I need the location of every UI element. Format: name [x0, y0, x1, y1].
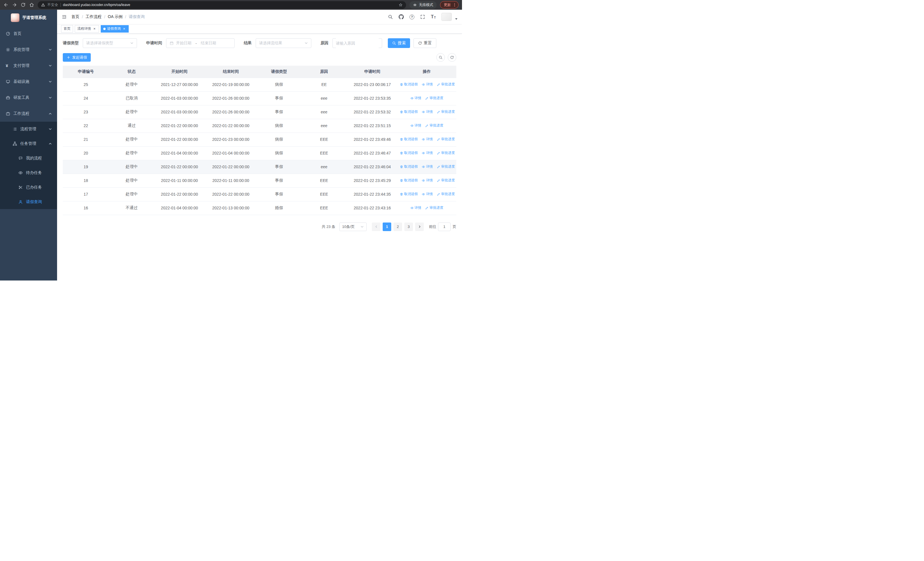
cell-end-time: 2022-01-13 00:00:00 [204, 201, 257, 215]
trash-icon [400, 151, 403, 155]
back-icon[interactable] [3, 2, 9, 8]
cell-status: 处理中 [109, 105, 154, 119]
result-select[interactable]: 请选择流结果 [256, 38, 311, 48]
eye-icon [422, 179, 425, 182]
close-icon[interactable] [93, 27, 96, 31]
cell-status: 处理中 [109, 146, 154, 160]
approval-progress-link[interactable]: 审批进度 [437, 150, 455, 155]
page-button-2[interactable]: 2 [393, 223, 402, 231]
reason-input[interactable] [336, 38, 379, 48]
reload-icon[interactable] [21, 2, 26, 8]
close-icon[interactable] [122, 27, 126, 31]
approval-progress-link[interactable]: 审批进度 [437, 137, 455, 142]
goto-page-input[interactable] [438, 223, 451, 231]
detail-link[interactable]: 详情 [422, 137, 433, 142]
sidebar-item-workflow[interactable]: 工作流程 [0, 106, 57, 122]
cell-start-time: 2022-01-22 00:00:00 [154, 132, 204, 146]
cancel-leave-link[interactable]: 取消请假 [400, 150, 418, 155]
tab-process-detail[interactable]: 流程详情 [75, 25, 99, 33]
fullscreen-icon[interactable] [420, 14, 425, 20]
sidebar-item-done-tasks[interactable]: 已办任务 [0, 180, 57, 194]
sidebar-item-task-mgmt[interactable]: 任务管理 [0, 136, 57, 151]
create-leave-button[interactable]: 发起请假 [63, 53, 91, 62]
tab-home[interactable]: 首页 [61, 25, 73, 33]
sidebar-item-infrastructure[interactable]: 基础设施 [0, 74, 57, 90]
detail-link[interactable]: 详情 [422, 192, 433, 197]
cancel-leave-link[interactable]: 取消请假 [400, 192, 418, 197]
refresh-table-button[interactable] [448, 53, 456, 62]
approval-progress-link[interactable]: 审批进度 [437, 178, 455, 183]
sidebar-item-system-mgmt[interactable]: 系统管理 [0, 42, 57, 58]
approval-progress-link[interactable]: 审批进度 [425, 123, 443, 128]
security-label: 不安全 [47, 3, 58, 8]
chevron-down-icon [304, 41, 308, 45]
toggle-search-button[interactable] [436, 53, 445, 62]
github-icon[interactable] [399, 14, 404, 20]
caret-down-icon[interactable] [455, 18, 458, 20]
prev-page-button[interactable] [372, 223, 380, 231]
detail-link[interactable]: 详情 [410, 123, 422, 128]
result-label: 结果 [244, 41, 252, 46]
cancel-leave-link[interactable]: 取消请假 [400, 178, 418, 183]
search-button[interactable]: 搜索 [388, 38, 410, 48]
workflow-submenu: 流程管理 任务管理 我的流程 待办任务 已办任务 [0, 122, 57, 209]
cell-status: 通过 [109, 119, 154, 132]
approval-progress-link[interactable]: 审批进度 [425, 205, 443, 210]
page-size-select[interactable]: 10条/页 [339, 223, 367, 231]
approval-progress-link[interactable]: 审批进度 [425, 96, 443, 101]
sidebar-item-home[interactable]: 首页 [0, 26, 57, 42]
star-icon[interactable] [399, 3, 403, 7]
breadcrumb-item[interactable]: 首页 [71, 14, 80, 20]
cancel-leave-link[interactable]: 取消请假 [400, 137, 418, 142]
update-button[interactable]: 更新 [440, 1, 459, 9]
detail-link[interactable]: 详情 [422, 110, 433, 114]
help-icon[interactable] [410, 15, 414, 20]
tab-leave-query[interactable]: 请假查询 [101, 25, 129, 33]
reset-button[interactable]: 重置 [414, 38, 436, 48]
date-range-picker[interactable]: 开始日期 - 结束日期 [166, 38, 235, 48]
detail-link[interactable]: 详情 [410, 205, 422, 210]
cell-leave-type: 事假 [257, 92, 301, 105]
app-logo-row[interactable]: 芋道管理系统 [0, 10, 57, 26]
approval-progress-link[interactable]: 审批进度 [437, 110, 455, 114]
forward-icon[interactable] [12, 2, 17, 8]
sidebar-fold-icon[interactable] [62, 14, 67, 20]
detail-link[interactable]: 详情 [422, 150, 433, 155]
cancel-leave-link[interactable]: 取消请假 [400, 110, 418, 114]
approval-progress-link[interactable]: 审批进度 [437, 82, 455, 87]
leave-type-select[interactable]: 请选择请假类型 [83, 38, 137, 48]
more-menu-icon[interactable] [452, 3, 457, 7]
font-size-icon[interactable] [431, 15, 436, 19]
sidebar-item-leave-query[interactable]: 请假查询 [0, 194, 57, 209]
cancel-leave-link[interactable]: 取消请假 [400, 82, 418, 87]
breadcrumb-item[interactable]: OA 示例 [108, 14, 122, 20]
table-row: 22 通过 2022-01-22 00:00:00 2022-01-22 00:… [63, 119, 456, 132]
breadcrumb-item[interactable]: 工作流程 [86, 14, 102, 20]
sidebar-item-my-processes[interactable]: 我的流程 [0, 151, 57, 165]
cell-start-time: 2022-01-04 00:00:00 [154, 201, 204, 215]
page-button-1[interactable]: 1 [382, 223, 391, 231]
cell-reason: EEE [301, 132, 347, 146]
next-page-button[interactable] [415, 223, 424, 231]
approval-progress-link[interactable]: 审批进度 [437, 192, 455, 197]
sidebar-item-dev-tools[interactable]: 研发工具 [0, 90, 57, 106]
sidebar-item-process-mgmt[interactable]: 流程管理 [0, 122, 57, 136]
approval-progress-link[interactable]: 审批进度 [437, 164, 455, 169]
chevron-up-icon [48, 112, 52, 116]
cell-leave-type: 病假 [257, 146, 301, 160]
detail-link[interactable]: 详情 [410, 96, 422, 101]
address-bar[interactable]: 不安全 dashboard.yudao.iocoder.cn/bpm/oa/le… [38, 1, 406, 9]
edit-icon [425, 206, 429, 210]
sidebar-item-todo-tasks[interactable]: 待办任务 [0, 165, 57, 180]
detail-link[interactable]: 详情 [422, 178, 433, 183]
search-icon[interactable] [388, 14, 393, 20]
monitor-icon [6, 80, 10, 84]
detail-link[interactable]: 详情 [422, 164, 433, 169]
cancel-leave-link[interactable]: 取消请假 [400, 164, 418, 169]
home-icon[interactable] [29, 2, 34, 8]
avatar[interactable] [441, 13, 452, 21]
detail-link[interactable]: 详情 [422, 82, 433, 87]
cell-leave-type: 事假 [257, 160, 301, 174]
page-button-3[interactable]: 3 [404, 223, 413, 231]
sidebar-item-payment-mgmt[interactable]: 支付管理 [0, 58, 57, 74]
